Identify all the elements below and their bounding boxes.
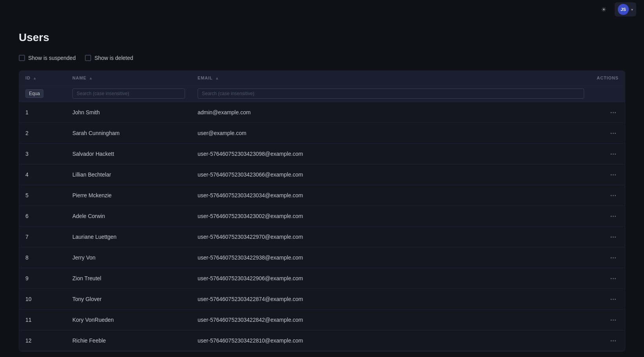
- cell-actions: ⋯: [590, 268, 625, 289]
- cell-name: John Smith: [66, 102, 191, 123]
- cell-id: 10: [19, 289, 66, 310]
- table-row: 3 Salvador Hackett user-5764607523034230…: [19, 144, 625, 164]
- cell-actions: ⋯: [590, 144, 625, 164]
- show-suspended-filter[interactable]: Show is suspended: [19, 55, 76, 61]
- cell-name: Kory VonRueden: [66, 310, 191, 330]
- row-actions-button[interactable]: ⋯: [608, 148, 619, 159]
- avatar: JS: [618, 4, 629, 15]
- cell-id: 7: [19, 227, 66, 247]
- cell-id: 12: [19, 330, 66, 351]
- table-filter-row: Equa: [19, 85, 625, 102]
- suspended-checkbox[interactable]: [19, 55, 25, 61]
- cell-id: 8: [19, 247, 66, 268]
- cell-email: user-576460752303422938@example.com: [191, 247, 590, 268]
- row-actions-button[interactable]: ⋯: [608, 273, 619, 284]
- chevron-down-icon: ▾: [631, 7, 633, 12]
- cell-id: 2: [19, 123, 66, 144]
- row-actions-button[interactable]: ⋯: [608, 231, 619, 242]
- cell-email: admin@example.com: [191, 102, 590, 123]
- users-table: ID ▲ NAME ▲ EMAIL ▲: [19, 71, 625, 351]
- id-filter-badge[interactable]: Equa: [25, 89, 43, 98]
- row-actions-button[interactable]: ⋯: [608, 211, 619, 222]
- column-header-id[interactable]: ID ▲: [19, 71, 66, 85]
- main-content: Users Show is suspended Show is deleted …: [0, 19, 644, 357]
- theme-toggle-button[interactable]: ☀: [597, 3, 610, 16]
- cell-email: user-576460752303422906@example.com: [191, 268, 590, 289]
- column-header-email[interactable]: EMAIL ▲: [191, 71, 590, 85]
- id-filter-cell: Equa: [19, 85, 66, 102]
- cell-email: user-576460752303423034@example.com: [191, 185, 590, 206]
- row-actions-button[interactable]: ⋯: [608, 169, 619, 180]
- table-row: 10 Tony Glover user-576460752303422874@e…: [19, 289, 625, 310]
- filters-row: Show is suspended Show is deleted: [19, 55, 625, 61]
- show-deleted-filter[interactable]: Show is deleted: [85, 55, 133, 61]
- user-menu-button[interactable]: JS ▾: [615, 2, 636, 16]
- deleted-label: Show is deleted: [94, 55, 133, 61]
- cell-id: 11: [19, 310, 66, 330]
- cell-email: user-576460752303422874@example.com: [191, 289, 590, 310]
- row-actions-button[interactable]: ⋯: [608, 128, 619, 139]
- cell-actions: ⋯: [590, 289, 625, 310]
- cell-id: 6: [19, 206, 66, 227]
- table-row: 4 Lillian Bechtelar user-576460752303423…: [19, 164, 625, 185]
- cell-email: user@example.com: [191, 123, 590, 144]
- table-row: 1 John Smith admin@example.com ⋯: [19, 102, 625, 123]
- cell-email: user-576460752303423098@example.com: [191, 144, 590, 164]
- table-header-row: ID ▲ NAME ▲ EMAIL ▲: [19, 71, 625, 85]
- row-actions-button[interactable]: ⋯: [608, 335, 619, 346]
- cell-id: 4: [19, 164, 66, 185]
- table-row: 5 Pierre Mckenzie user-57646075230342303…: [19, 185, 625, 206]
- cell-name: Lillian Bechtelar: [66, 164, 191, 185]
- cell-name: Sarah Cunningham: [66, 123, 191, 144]
- table-row: 9 Zion Treutel user-576460752303422906@e…: [19, 268, 625, 289]
- cell-name: Richie Feeble: [66, 330, 191, 351]
- cell-email: user-576460752303422810@example.com: [191, 330, 590, 351]
- suspended-label: Show is suspended: [28, 55, 76, 61]
- cell-actions: ⋯: [590, 123, 625, 144]
- cell-name: Jerry Von: [66, 247, 191, 268]
- cell-email: user-576460752303422842@example.com: [191, 310, 590, 330]
- cell-name: Zion Treutel: [66, 268, 191, 289]
- cell-id: 3: [19, 144, 66, 164]
- cell-actions: ⋯: [590, 102, 625, 123]
- table-row: 11 Kory VonRueden user-57646075230342284…: [19, 310, 625, 330]
- name-sort-icon: ▲: [89, 76, 93, 80]
- table-body: 1 John Smith admin@example.com ⋯ 2 Sarah…: [19, 102, 625, 351]
- cell-actions: ⋯: [590, 310, 625, 330]
- actions-filter-cell: [590, 85, 625, 102]
- cell-id: 5: [19, 185, 66, 206]
- cell-name: Pierre Mckenzie: [66, 185, 191, 206]
- deleted-checkbox[interactable]: [85, 55, 91, 61]
- cell-id: 1: [19, 102, 66, 123]
- cell-name: Adele Corwin: [66, 206, 191, 227]
- column-header-name[interactable]: NAME ▲: [66, 71, 191, 85]
- cell-actions: ⋯: [590, 330, 625, 351]
- email-search-input[interactable]: [198, 88, 584, 99]
- page-title: Users: [19, 31, 625, 44]
- table-row: 7 Lauriane Luettgen user-576460752303422…: [19, 227, 625, 247]
- name-search-input[interactable]: [72, 88, 185, 99]
- cell-actions: ⋯: [590, 206, 625, 227]
- id-sort-icon: ▲: [33, 76, 37, 80]
- cell-name: Salvador Hackett: [66, 144, 191, 164]
- users-table-container: ID ▲ NAME ▲ EMAIL ▲: [19, 70, 625, 352]
- email-filter-cell: [191, 85, 590, 102]
- row-actions-button[interactable]: ⋯: [608, 252, 619, 263]
- table-row: 12 Richie Feeble user-576460752303422810…: [19, 330, 625, 351]
- cell-id: 9: [19, 268, 66, 289]
- row-actions-button[interactable]: ⋯: [608, 107, 619, 118]
- cell-actions: ⋯: [590, 227, 625, 247]
- column-header-actions: ACTIONS: [590, 71, 625, 85]
- topbar: ☀ JS ▾: [0, 0, 644, 19]
- name-filter-cell: [66, 85, 191, 102]
- row-actions-button[interactable]: ⋯: [608, 314, 619, 325]
- row-actions-button[interactable]: ⋯: [608, 190, 619, 201]
- row-actions-button[interactable]: ⋯: [608, 294, 619, 305]
- cell-email: user-576460752303423002@example.com: [191, 206, 590, 227]
- email-sort-icon: ▲: [215, 76, 219, 80]
- table-row: 2 Sarah Cunningham user@example.com ⋯: [19, 123, 625, 144]
- cell-name: Tony Glover: [66, 289, 191, 310]
- topbar-right: ☀ JS ▾: [597, 2, 636, 16]
- cell-name: Lauriane Luettgen: [66, 227, 191, 247]
- cell-email: user-576460752303422970@example.com: [191, 227, 590, 247]
